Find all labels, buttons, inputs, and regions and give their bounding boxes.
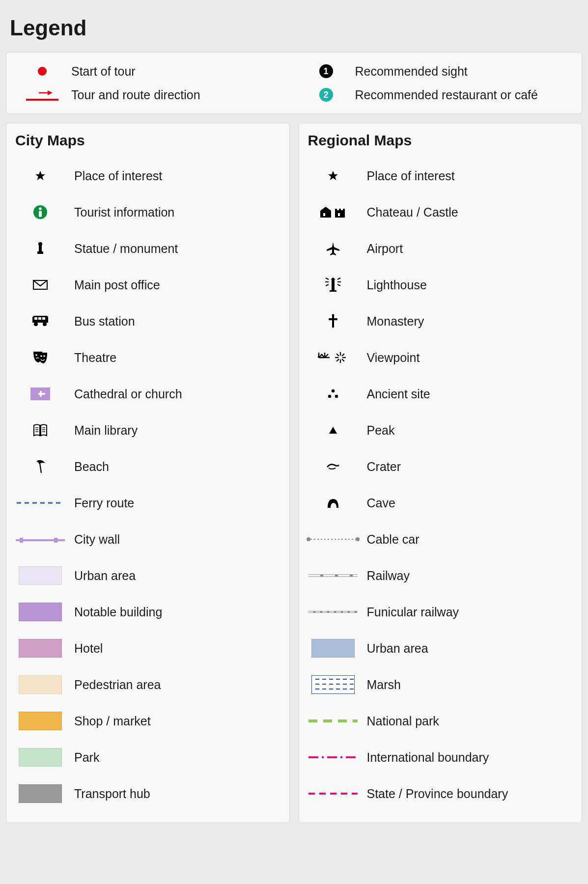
legend-label: Crater (367, 459, 401, 474)
church-icon (8, 387, 72, 400)
ancient-icon (301, 388, 365, 399)
svg-point-72 (331, 389, 335, 393)
legend-row: State / Province boundary (301, 775, 573, 812)
star-icon (8, 170, 72, 182)
legend-row: Cave (301, 485, 573, 521)
svg-rect-37 (338, 213, 340, 216)
svg-line-46 (337, 284, 340, 286)
legend-label: Cathedral or church (74, 387, 182, 401)
legend-label: Statue / monument (74, 241, 178, 256)
svg-line-68 (336, 359, 339, 361)
svg-point-71 (335, 395, 338, 398)
legend-row: Monastery (301, 303, 573, 339)
legend-label: Urban area (367, 641, 428, 656)
svg-point-50 (328, 318, 330, 320)
legend-label: Recommended restaurant or café (355, 87, 538, 102)
legend-label: Cave (367, 496, 395, 510)
svg-line-41 (326, 278, 329, 279)
svg-rect-47 (332, 315, 334, 328)
legend-row: Ferry route (8, 485, 280, 521)
swatch-park-icon (8, 748, 72, 767)
legend-label: Recommended sight (355, 64, 468, 79)
svg-rect-34 (54, 538, 57, 543)
legend-row: Lighthouse (301, 267, 573, 303)
legend-label: Place of interest (367, 168, 455, 183)
svg-point-76 (356, 537, 360, 541)
legend-row: Place of interest (8, 158, 280, 194)
legend-row: 2 Recommended restaurant or café (299, 83, 573, 107)
airport-icon (301, 241, 365, 256)
svg-line-67 (342, 354, 344, 356)
svg-marker-73 (329, 427, 337, 434)
legend-label: City wall (74, 532, 120, 547)
svg-line-44 (337, 278, 340, 279)
legend-label: Park (74, 750, 99, 765)
svg-marker-39 (331, 277, 336, 279)
legend-row: Shop / market (8, 703, 280, 739)
legend-row: Peak (301, 412, 573, 448)
legend-label: Pedestrian area (74, 677, 161, 692)
viewpoint-icon (301, 352, 365, 363)
legend-row: Urban area (301, 630, 573, 666)
star-icon (301, 170, 365, 182)
swatch-marsh-icon (301, 675, 365, 694)
svg-point-49 (332, 314, 334, 317)
legend-label: Main post office (74, 277, 160, 292)
legend-row: Airport (301, 230, 573, 267)
legend-label: Urban area (74, 568, 136, 583)
regional-title: Regional Maps (301, 130, 573, 158)
legend-row: 1 Recommended sight (299, 59, 573, 83)
svg-point-70 (328, 395, 331, 398)
legend-row: Urban area (8, 557, 280, 594)
theatre-icon (8, 351, 72, 364)
natpark-line-icon (301, 719, 365, 723)
legend-row: Pedestrian area (8, 666, 280, 703)
num-teal-2-icon: 2 (299, 88, 353, 102)
svg-marker-4 (35, 171, 45, 180)
cross-icon (301, 314, 365, 329)
lighthouse-icon (301, 277, 365, 292)
legend-row: Beach (8, 448, 280, 485)
svg-rect-36 (323, 213, 325, 216)
funicular-line-icon (301, 609, 365, 614)
legend-row: Funicular railway (301, 594, 573, 630)
svg-rect-38 (332, 279, 335, 290)
legend-row: Marsh (301, 666, 573, 703)
legend-row: Notable building (8, 594, 280, 630)
top-right-column: 1 Recommended sight 2 Recommended restau… (299, 59, 573, 107)
legend-row: Park (8, 739, 280, 775)
swatch-shop-icon (8, 712, 72, 730)
num-black-1-icon: 1 (299, 64, 353, 78)
svg-rect-33 (20, 538, 23, 543)
castle-icon (301, 206, 365, 219)
legend-row: Chateau / Castle (301, 194, 573, 230)
swatch-hotel-icon (8, 639, 72, 658)
statue-icon (8, 242, 72, 255)
svg-rect-14 (42, 317, 45, 320)
legend-label: Tourist information (74, 205, 174, 220)
legend-label: Ferry route (74, 496, 134, 510)
svg-line-30 (40, 463, 41, 473)
svg-marker-3 (48, 90, 53, 95)
legend-row: Tourist information (8, 194, 280, 230)
cave-icon (301, 497, 365, 509)
svg-point-8 (38, 242, 42, 246)
red-arrow-line-icon (15, 87, 69, 102)
swatch-urban-icon (8, 566, 72, 585)
legend-label: Beach (74, 459, 109, 474)
svg-rect-9 (39, 246, 42, 251)
svg-point-16 (43, 322, 47, 326)
svg-rect-40 (330, 290, 336, 292)
state-line-icon (301, 792, 365, 796)
legend-label: Main library (74, 423, 138, 438)
legend-label: Start of tour (71, 64, 136, 79)
legend-label: Airport (367, 241, 403, 256)
legend-label: Viewpoint (367, 350, 420, 365)
svg-point-6 (39, 207, 42, 210)
legend-row: Crater (301, 448, 573, 485)
legend-row: Transport hub (8, 775, 280, 812)
legend-row: Start of tour (15, 59, 289, 83)
legend-row: Cable car (301, 521, 573, 557)
legend-row: City wall (8, 521, 280, 557)
legend-row: Bus station (8, 303, 280, 339)
